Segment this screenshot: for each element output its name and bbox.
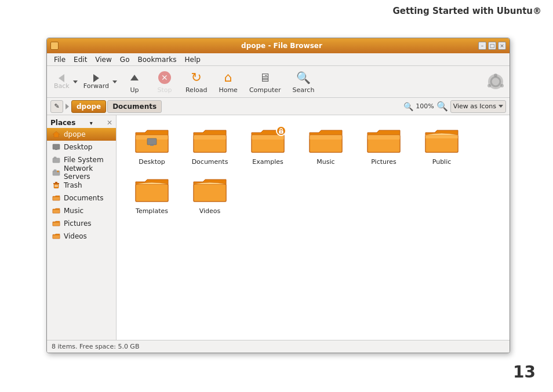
menu-file[interactable]: File — [50, 54, 69, 65]
sidebar-item-videos[interactable]: Videos — [47, 230, 116, 243]
menu-help[interactable]: Help — [181, 54, 204, 65]
svg-rect-8 — [53, 158, 60, 163]
public-folder-svg — [424, 127, 459, 156]
sidebar: Places ▾ ✕ dpope De — [47, 115, 117, 340]
svg-rect-28 — [194, 135, 226, 140]
view-mode-selector[interactable]: View as Icons — [450, 100, 506, 113]
public-label: Public — [432, 158, 452, 166]
menu-view[interactable]: View — [92, 54, 115, 65]
file-item-desktop[interactable]: Desktop — [126, 124, 178, 168]
forward-nav[interactable]: Forward — [81, 68, 118, 96]
computer-label: Computer — [249, 86, 281, 94]
sidebar-item-dpope[interactable]: dpope — [47, 128, 116, 141]
file-item-music[interactable]: Music — [300, 124, 352, 168]
sidebar-item-pictures[interactable]: Pictures — [47, 217, 116, 230]
examples-folder-icon-wrapper — [250, 127, 285, 156]
templates-label: Templates — [136, 207, 168, 215]
window-controls: – □ × — [478, 42, 506, 50]
search-button[interactable]: 🔍 Search — [288, 68, 319, 96]
svg-point-32 — [281, 131, 282, 133]
svg-rect-6 — [53, 144, 60, 149]
file-item-documents[interactable]: Documents — [184, 124, 236, 168]
pictures-folder-icon-wrapper — [366, 127, 401, 156]
forward-label: Forward — [83, 82, 109, 90]
sidebar-item-network[interactable]: Network Servers — [47, 166, 116, 179]
home-icon: ⌂ — [224, 70, 232, 85]
menubar: File Edit View Go Bookmarks Help — [47, 53, 510, 66]
lock-badge — [276, 126, 286, 136]
up-button[interactable]: Up — [121, 68, 148, 96]
menu-go[interactable]: Go — [117, 54, 133, 65]
home-button[interactable]: ⌂ Home — [214, 68, 242, 96]
sidebar-pictures-label: Pictures — [64, 219, 92, 228]
menu-bookmarks[interactable]: Bookmarks — [134, 54, 180, 65]
svg-rect-14 — [53, 183, 59, 184]
computer-button[interactable]: 🖥 Computer — [245, 68, 286, 96]
svg-point-2 — [494, 74, 497, 77]
sidebar-places-header[interactable]: Places ▾ ✕ — [47, 118, 116, 128]
home-icon — [52, 130, 61, 139]
file-content: Desktop Documents — [117, 115, 510, 340]
forward-button[interactable]: Forward — [81, 68, 111, 96]
stop-button[interactable]: ✕ Stop — [151, 68, 179, 96]
location-edit-button[interactable]: ✎ — [50, 100, 63, 113]
desktop-icon — [52, 142, 61, 152]
sidebar-item-desktop[interactable]: Desktop — [47, 141, 116, 153]
sidebar-trash-label: Trash — [64, 181, 82, 189]
public-folder-icon-wrapper — [424, 127, 459, 156]
file-item-pictures[interactable]: Pictures — [358, 124, 410, 168]
home-label: Home — [219, 86, 237, 94]
svg-point-12 — [57, 171, 59, 173]
sidebar-videos-label: Videos — [64, 232, 87, 240]
svg-rect-7 — [55, 149, 57, 150]
sidebar-music-label: Music — [64, 207, 83, 215]
sidebar-network-label: Network Servers — [64, 164, 111, 181]
back-arrow-icon — [59, 74, 64, 82]
file-item-examples[interactable]: Examples — [242, 124, 294, 168]
filesystem-icon — [52, 155, 61, 164]
svg-rect-22 — [53, 235, 60, 239]
minimize-button[interactable]: – — [478, 42, 486, 50]
sidebar-item-trash[interactable]: Trash — [47, 179, 116, 192]
reload-label: Reload — [185, 86, 207, 94]
examples-label: Examples — [252, 158, 283, 166]
window-title: dpope - File Browser — [85, 42, 478, 50]
file-item-public[interactable]: Public — [416, 124, 468, 168]
breadcrumb-home[interactable]: dpope — [71, 100, 106, 113]
pictures-folder-icon — [52, 219, 61, 228]
up-arrow-icon — [130, 75, 139, 80]
reload-button[interactable]: ↻ Reload — [181, 68, 212, 96]
ubuntu-logo — [486, 72, 505, 91]
sidebar-section-label: Places — [50, 119, 75, 127]
desktop-label: Desktop — [139, 158, 165, 166]
maximize-button[interactable]: □ — [488, 42, 496, 50]
file-item-videos[interactable]: Videos — [184, 174, 236, 217]
sidebar-filesystem-label: File System — [64, 156, 104, 164]
sidebar-item-documents[interactable]: Documents — [47, 192, 116, 204]
svg-rect-11 — [54, 170, 56, 171]
pictures-label: Pictures — [371, 158, 396, 166]
breadcrumb-documents[interactable]: Documents — [107, 100, 162, 113]
search-label: Search — [293, 86, 315, 94]
desktop-folder-svg — [134, 127, 169, 156]
documents-folder-icon-wrapper — [192, 127, 227, 156]
forward-dropdown-icon[interactable] — [111, 68, 118, 96]
zoom-out-icon[interactable]: 🔍 — [403, 102, 413, 111]
file-item-templates[interactable]: Templates — [126, 174, 178, 217]
back-dropdown-icon[interactable] — [72, 68, 79, 96]
sidebar-close-icon[interactable]: ✕ — [107, 119, 112, 127]
page-title: Getting Started with Ubuntu® — [0, 0, 553, 20]
back-nav[interactable]: Back — [52, 68, 79, 96]
svg-point-3 — [500, 84, 504, 87]
desktop-folder-icon-wrapper — [134, 127, 169, 156]
back-button[interactable]: Back — [52, 68, 72, 96]
svg-marker-5 — [53, 131, 60, 137]
menu-edit[interactable]: Edit — [70, 54, 90, 65]
documents-folder-svg — [192, 127, 227, 156]
svg-rect-21 — [53, 222, 60, 226]
sidebar-item-music[interactable]: Music — [47, 204, 116, 217]
file-grid: Desktop Documents — [126, 124, 500, 217]
statusbar: 8 items. Free space: 5.0 GB — [47, 340, 510, 353]
close-button[interactable]: × — [498, 42, 506, 50]
zoom-in-icon[interactable]: 🔍 — [436, 101, 448, 112]
